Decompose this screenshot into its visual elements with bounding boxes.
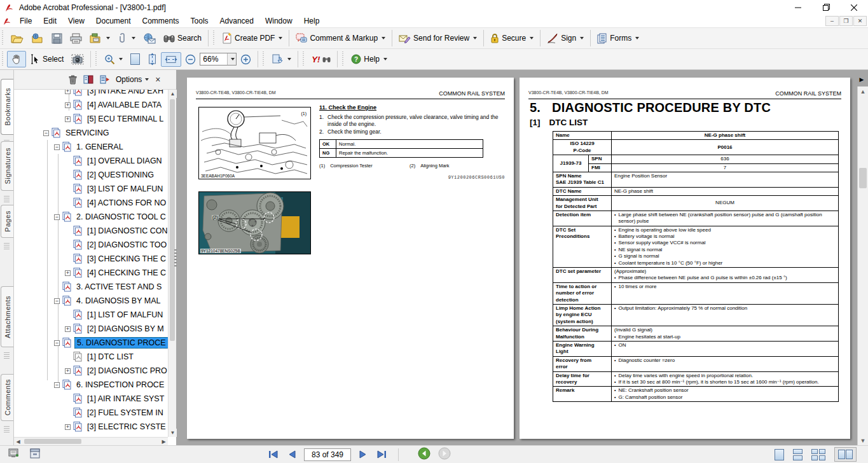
zoom-level-dropdown[interactable] bbox=[227, 53, 236, 65]
bookmark-item[interactable]: [1] LIST OF MALFUN bbox=[14, 308, 168, 322]
close-button[interactable] bbox=[840, 0, 868, 15]
page-display-button[interactable] bbox=[268, 51, 295, 67]
menu-edit[interactable]: Edit bbox=[38, 15, 62, 27]
organizer-dropdown-arrow[interactable] bbox=[106, 37, 110, 39]
bookmark-item[interactable]: [1] DIAGNOSTIC CON bbox=[14, 224, 168, 238]
toolbar-grip[interactable] bbox=[2, 31, 5, 46]
bookmark-item[interactable]: −1. GENERAL bbox=[14, 140, 168, 154]
collapse-icon[interactable]: − bbox=[54, 144, 60, 150]
highlight-current-bookmark-icon[interactable] bbox=[100, 75, 109, 84]
previous-view-button[interactable] bbox=[418, 447, 431, 462]
attach-dropdown-arrow[interactable] bbox=[132, 37, 135, 39]
bookmark-item[interactable]: +[3] INTAKE AND EXH bbox=[14, 90, 168, 98]
menu-view[interactable]: View bbox=[62, 15, 90, 27]
bookmark-item[interactable]: −5. DIAGNOSTIC PROCE bbox=[14, 336, 168, 350]
forms-dropdown-arrow[interactable] bbox=[635, 37, 639, 39]
mdi-minimize-button[interactable]: – bbox=[825, 16, 839, 26]
send-review-dropdown-arrow[interactable] bbox=[473, 37, 477, 39]
mdi-close-button[interactable]: ✕ bbox=[853, 16, 867, 26]
show-panel-arrow-button[interactable]: ▶ bbox=[857, 75, 866, 84]
document-vertical-scrollbar[interactable]: ▲ ▼ bbox=[857, 86, 868, 445]
attach-button[interactable] bbox=[114, 30, 139, 46]
toolbar-grip[interactable] bbox=[342, 52, 345, 67]
restore-button[interactable] bbox=[812, 0, 840, 15]
bookmark-item[interactable]: [1] OVERALL DIAGN bbox=[14, 154, 168, 168]
mdi-restore-button[interactable]: ❐ bbox=[839, 16, 853, 26]
secure-button[interactable]: Secure bbox=[486, 31, 537, 46]
expand-icon[interactable]: + bbox=[65, 102, 71, 108]
scroll-down-arrow[interactable]: ▼ bbox=[858, 436, 868, 445]
page-display-dropdown-arrow[interactable] bbox=[287, 58, 291, 60]
sidebar-tab-comments[interactable]: Comments bbox=[1, 374, 13, 421]
bookmark-item[interactable]: [2] QUESTIONING bbox=[14, 168, 168, 182]
minimize-button[interactable] bbox=[784, 0, 812, 15]
zoom-tool-button[interactable] bbox=[100, 52, 127, 67]
scroll-up-arrow[interactable]: ▲ bbox=[169, 90, 177, 98]
scrollbar-thumb[interactable] bbox=[170, 99, 175, 341]
zoom-tool-dropdown-arrow[interactable] bbox=[119, 58, 123, 60]
comment-markup-button[interactable]: Comment & Markup bbox=[292, 31, 389, 46]
create-pdf-button[interactable]: Create PDF bbox=[218, 30, 286, 46]
bookmark-item[interactable]: +[4] AVAILABLE DATA bbox=[14, 98, 168, 112]
previous-page-button[interactable] bbox=[285, 448, 300, 461]
bookmark-item[interactable]: [1] DTC LIST bbox=[14, 350, 168, 364]
collapse-icon[interactable]: − bbox=[43, 130, 49, 136]
bookmark-item[interactable]: +[5] ECU TERMINAL L bbox=[14, 112, 168, 126]
forms-button[interactable]: Forms bbox=[593, 31, 643, 46]
yahoo-search-button[interactable]: Y! bbox=[308, 52, 334, 67]
menu-advanced[interactable]: Advanced bbox=[214, 15, 259, 27]
send-review-button[interactable]: Send for Review bbox=[395, 31, 481, 46]
email-button[interactable] bbox=[139, 31, 160, 46]
select-tool-button[interactable]: Select bbox=[26, 52, 67, 67]
bookmark-item[interactable]: 3. ACTIVE TEST AND S bbox=[14, 280, 168, 294]
close-panel-button[interactable]: × bbox=[155, 74, 160, 85]
toolbar-grip[interactable] bbox=[2, 52, 5, 67]
scroll-down-arrow[interactable]: ▼ bbox=[169, 429, 177, 437]
bookmarks-horizontal-scrollbar[interactable]: ◀ ▶ bbox=[14, 437, 168, 445]
fit-width-button[interactable] bbox=[161, 52, 181, 67]
expand-icon[interactable]: + bbox=[65, 424, 71, 430]
sidebar-tab-bookmarks[interactable]: Bookmarks bbox=[1, 79, 13, 135]
bookmark-item[interactable]: [2] DIAGNOSTIC TOO bbox=[14, 238, 168, 252]
last-page-button[interactable] bbox=[374, 448, 389, 461]
zoom-level-input[interactable] bbox=[200, 53, 227, 65]
menu-window[interactable]: Window bbox=[259, 15, 298, 27]
toolbar-grip[interactable] bbox=[263, 52, 266, 67]
bookmark-item[interactable]: +[2] DIAGNOSIS BY M bbox=[14, 322, 168, 336]
menu-file[interactable]: File bbox=[14, 15, 38, 27]
page-view-icon[interactable] bbox=[29, 448, 41, 461]
bookmark-item[interactable]: −6. INSPECTION PROCE bbox=[14, 378, 168, 392]
document-area[interactable]: V3800-CR-TE4B, V3800-CR-TIE4B, DM COMMON… bbox=[177, 70, 868, 445]
bookmark-item[interactable]: [4] ACTIONS FOR NO bbox=[14, 196, 168, 210]
expand-icon[interactable]: + bbox=[65, 116, 71, 122]
bookmark-item[interactable]: [3] LIST OF MALFUN bbox=[14, 182, 168, 196]
print-button[interactable] bbox=[66, 31, 86, 46]
next-view-button[interactable] bbox=[438, 447, 451, 462]
delete-bookmark-icon[interactable] bbox=[69, 75, 77, 85]
help-dropdown-arrow[interactable] bbox=[383, 58, 387, 60]
next-page-button[interactable] bbox=[355, 448, 370, 461]
toolbar-grip[interactable] bbox=[213, 31, 216, 46]
save-button[interactable] bbox=[48, 31, 66, 46]
secure-dropdown-arrow[interactable] bbox=[530, 37, 534, 39]
sidebar-tab-signatures[interactable]: Signatures bbox=[1, 141, 13, 191]
fit-page-button[interactable] bbox=[127, 51, 144, 67]
scroll-up-arrow[interactable]: ▲ bbox=[858, 86, 868, 96]
open-web-button[interactable] bbox=[27, 31, 48, 46]
expand-icon[interactable]: + bbox=[65, 270, 71, 276]
open-button[interactable] bbox=[7, 31, 27, 46]
sign-dropdown-arrow[interactable] bbox=[580, 37, 584, 39]
collapse-icon[interactable]: − bbox=[54, 298, 60, 304]
expand-icon[interactable]: + bbox=[65, 90, 71, 94]
toolbar-grip[interactable] bbox=[303, 52, 306, 67]
scrollbar-thumb[interactable] bbox=[24, 439, 81, 444]
organizer-button[interactable] bbox=[86, 31, 114, 46]
create-pdf-dropdown-arrow[interactable] bbox=[279, 37, 282, 39]
sidebar-tab-pages[interactable]: Pages bbox=[1, 205, 13, 238]
zoom-in-button[interactable] bbox=[237, 52, 255, 67]
help-button[interactable]: ? Help bbox=[347, 52, 391, 67]
menu-help[interactable]: Help bbox=[298, 15, 326, 27]
comment-markup-dropdown-arrow[interactable] bbox=[382, 37, 385, 39]
bookmark-item[interactable]: +[2] DIAGNOSTIC PRO bbox=[14, 364, 168, 378]
reading-mode-icon[interactable] bbox=[8, 448, 20, 461]
